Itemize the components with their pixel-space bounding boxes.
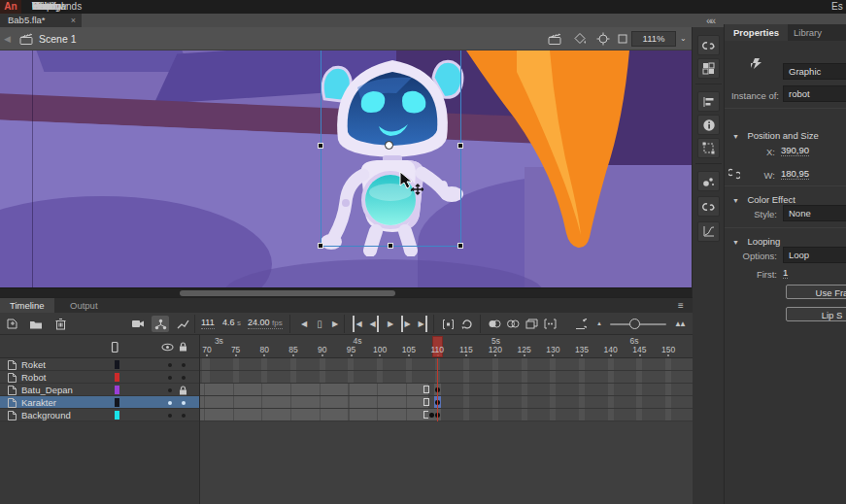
frame-span[interactable] (200, 409, 429, 420)
w-value[interactable]: 180,95 (781, 168, 809, 180)
selection-handle[interactable] (318, 243, 323, 249)
layer-outline-swatch[interactable] (115, 386, 119, 394)
layer-lock-dot[interactable] (182, 414, 186, 418)
layer-name[interactable]: Roket (21, 359, 46, 370)
stage-canvas[interactable] (0, 50, 692, 287)
menu-item-help[interactable]: Help (23, 0, 61, 14)
zoom-out-frames-icon[interactable]: ▲ (591, 316, 608, 332)
layer-depth-button[interactable] (174, 316, 191, 332)
tab-close-icon[interactable]: × (71, 14, 76, 27)
frame-row-robot[interactable] (200, 371, 693, 384)
align-icon[interactable] (697, 91, 720, 112)
loop-playback-button[interactable] (458, 316, 476, 332)
layer-outline-swatch[interactable] (115, 360, 119, 369)
lip-syncing-button[interactable]: Lip S (786, 307, 846, 321)
motion-graph-icon[interactable] (697, 221, 720, 242)
selection-handle[interactable] (457, 243, 463, 249)
go-last-frame-button[interactable]: ▶ (418, 316, 426, 332)
stage-hscrollbar-thumb[interactable] (180, 290, 395, 296)
stage-hscrollbar[interactable] (0, 287, 692, 297)
new-folder-button[interactable] (27, 316, 45, 332)
app-logo-icon[interactable]: An (0, 0, 21, 14)
instance-name-field[interactable]: robot (783, 85, 846, 102)
timeline-ruler[interactable]: 3s4s5s6s70758085909510010511011512012513… (199, 335, 693, 358)
first-frame-value[interactable]: 1 (783, 267, 788, 279)
layer-outline-swatch[interactable] (115, 398, 119, 407)
center-frame-button[interactable] (439, 316, 457, 332)
layer-row-roket[interactable]: Roket (0, 358, 199, 371)
center-stage-icon[interactable] (596, 32, 612, 46)
workspace-button[interactable]: Es (831, 0, 846, 14)
tab-properties[interactable]: Properties (725, 24, 788, 41)
layer-lock-dot[interactable] (182, 376, 186, 380)
zoom-level-select[interactable]: 111% (631, 31, 676, 47)
current-frame-value[interactable]: 111 (201, 318, 215, 329)
panel-menu-icon[interactable]: ≡ (678, 301, 684, 311)
use-frame-picker-button[interactable]: Use Fra (786, 285, 846, 299)
collapse-panels-icon[interactable]: «« (706, 14, 714, 27)
layer-name[interactable]: Karakter (21, 397, 56, 408)
symbol-type-select[interactable]: Graphic (783, 63, 846, 80)
frame-rate-value[interactable]: 24.00 fps (248, 318, 283, 329)
looping-section-header[interactable]: ▼ Looping (732, 231, 780, 249)
edit-multiple-frames-button[interactable] (523, 316, 540, 332)
swatches-icon[interactable] (697, 58, 720, 79)
step-back-one-button[interactable]: ◀ (369, 316, 378, 332)
layer-parenting-button[interactable] (152, 316, 169, 332)
tab-output[interactable]: Output (60, 298, 108, 313)
layer-visibility-dot[interactable] (168, 401, 172, 405)
onion-skin-button[interactable] (486, 316, 503, 332)
position-size-section-header[interactable]: ▼ Position and Size (732, 125, 819, 143)
x-value[interactable]: 390,90 (781, 145, 809, 156)
new-layer-button[interactable] (3, 316, 20, 332)
edit-symbols-icon[interactable] (548, 32, 563, 46)
frame-size-slider-knob[interactable] (629, 319, 640, 329)
frame-span[interactable] (200, 384, 429, 395)
color-palette-icon[interactable] (697, 35, 720, 55)
layer-lock-dot[interactable] (182, 401, 186, 405)
brush-particles-icon[interactable] (697, 171, 720, 191)
creative-cloud-icon[interactable] (697, 196, 720, 217)
layer-lock-dot[interactable] (182, 363, 186, 367)
delete-layer-button[interactable] (51, 316, 69, 332)
scene-back-icon[interactable]: ◀ (4, 33, 11, 45)
go-first-frame-button[interactable]: ◀ (353, 316, 361, 332)
layer-name[interactable]: Robot (21, 372, 46, 383)
modify-markers-button[interactable] (541, 316, 558, 332)
loop-select[interactable]: Loop (783, 247, 846, 263)
layer-outline-swatch[interactable] (115, 373, 119, 382)
selection-handle[interactable] (457, 143, 463, 149)
layer-name[interactable]: Background (21, 410, 71, 420)
transform-icon[interactable] (697, 138, 720, 158)
paint-bucket-icon[interactable] (573, 32, 589, 46)
playhead-line[interactable] (437, 358, 439, 421)
selection-handle[interactable] (388, 243, 393, 249)
layer-visibility-dot[interactable] (168, 388, 172, 392)
selection-handle[interactable] (318, 143, 323, 149)
layer-row-batu_depan[interactable]: Batu_Depan (0, 384, 199, 396)
reset-timeline-zoom-button[interactable] (571, 316, 589, 332)
layer-visibility-dot[interactable] (168, 376, 172, 380)
layer-visibility-dot[interactable] (168, 414, 172, 418)
layer-name[interactable]: Batu_Depan (21, 385, 73, 395)
frame-row-roket[interactable] (200, 358, 693, 371)
frame-row-batu_depan[interactable] (200, 384, 693, 396)
transform-point[interactable] (385, 141, 393, 150)
layer-row-robot[interactable]: Robot (0, 371, 199, 384)
layer-outline-swatch[interactable] (115, 411, 119, 420)
layer-visibility-dot[interactable] (168, 363, 172, 367)
zoom-in-frames-icon[interactable]: ▲▲ (670, 316, 688, 332)
layer-row-karakter[interactable]: Karakter (0, 396, 199, 409)
tab-library[interactable]: Library (785, 24, 830, 41)
layer-row-background[interactable]: Background (0, 409, 199, 421)
frame-row-background[interactable] (200, 409, 693, 421)
zoom-chevron-icon[interactable]: ⌄ (680, 35, 688, 43)
frames-grid[interactable] (199, 358, 693, 421)
onion-outline-button[interactable] (504, 316, 522, 332)
frame-span[interactable] (200, 396, 429, 408)
step-fwd-one-button[interactable]: ▶ (401, 316, 410, 332)
style-select[interactable]: None (783, 205, 846, 221)
info-icon[interactable] (697, 115, 720, 135)
camera-button[interactable] (129, 316, 147, 332)
clip-content-icon[interactable] (616, 32, 631, 46)
